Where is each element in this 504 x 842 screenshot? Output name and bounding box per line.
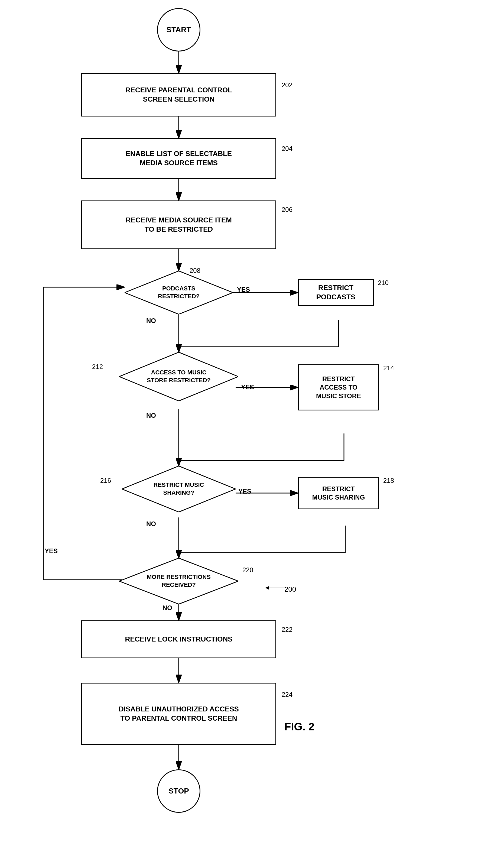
label-220-yes: YES bbox=[45, 547, 58, 555]
node-220-label: MORE RESTRICTIONS RECEIVED? bbox=[147, 573, 211, 589]
ref-202: 202 bbox=[282, 81, 292, 89]
node-202-label: RECEIVE PARENTAL CONTROL SCREEN SELECTIO… bbox=[125, 86, 232, 104]
node-206-label: RECEIVE MEDIA SOURCE ITEM TO BE RESTRICT… bbox=[126, 216, 232, 234]
ref-224: 224 bbox=[282, 691, 292, 698]
figure-label: FIG. 2 bbox=[284, 721, 314, 733]
ref-210: 210 bbox=[378, 279, 389, 287]
node-206: RECEIVE MEDIA SOURCE ITEM TO BE RESTRICT… bbox=[81, 200, 276, 249]
node-224-label: DISABLE UNAUTHORIZED ACCESS TO PARENTAL … bbox=[119, 705, 239, 723]
ref-200-arrow bbox=[265, 580, 292, 596]
node-222-label: RECEIVE LOCK INSTRUCTIONS bbox=[125, 635, 232, 644]
node-208: PODCASTS RESTRICTED? bbox=[125, 271, 233, 314]
ref-212: 212 bbox=[92, 363, 103, 371]
node-210: RESTRICT PODCASTS bbox=[298, 279, 374, 306]
node-212-label: ACCESS TO MUSIC STORE RESTRICTED? bbox=[147, 369, 211, 384]
stop-label: STOP bbox=[168, 787, 189, 795]
node-204-label: ENABLE LIST OF SELECTABLE MEDIA SOURCE I… bbox=[126, 149, 232, 168]
stop-node: STOP bbox=[157, 769, 200, 813]
start-label: START bbox=[166, 25, 191, 34]
node-218: RESTRICT MUSIC SHARING bbox=[298, 477, 379, 509]
node-204: ENABLE LIST OF SELECTABLE MEDIA SOURCE I… bbox=[81, 138, 276, 179]
node-224: DISABLE UNAUTHORIZED ACCESS TO PARENTAL … bbox=[81, 683, 276, 745]
start-node: START bbox=[157, 8, 200, 52]
svg-marker-31 bbox=[265, 586, 269, 590]
flowchart-diagram: START RECEIVE PARENTAL CONTROL SCREEN SE… bbox=[0, 0, 504, 842]
node-216-label: RESTRICT MUSIC SHARING? bbox=[154, 481, 204, 497]
node-210-label: RESTRICT PODCASTS bbox=[316, 283, 355, 302]
ref-206: 206 bbox=[282, 206, 292, 214]
node-222: RECEIVE LOCK INSTRUCTIONS bbox=[81, 621, 276, 658]
ref-216: 216 bbox=[100, 477, 111, 484]
ref-204: 204 bbox=[282, 145, 292, 153]
ref-220: 220 bbox=[242, 566, 253, 574]
node-202: RECEIVE PARENTAL CONTROL SCREEN SELECTIO… bbox=[81, 73, 276, 117]
label-208-yes: YES bbox=[237, 286, 250, 293]
node-218-label: RESTRICT MUSIC SHARING bbox=[312, 485, 365, 501]
node-216: RESTRICT MUSIC SHARING? bbox=[122, 466, 236, 512]
ref-218: 218 bbox=[383, 477, 394, 484]
node-212: ACCESS TO MUSIC STORE RESTRICTED? bbox=[119, 352, 238, 401]
label-220-no: NO bbox=[162, 604, 172, 612]
label-212-no: NO bbox=[146, 412, 156, 419]
label-216-no: NO bbox=[146, 520, 156, 528]
node-208-label: PODCASTS RESTRICTED? bbox=[158, 285, 200, 300]
ref-222: 222 bbox=[282, 626, 292, 633]
label-212-yes: YES bbox=[241, 383, 254, 391]
node-214-label: RESTRICT ACCESS TO MUSIC STORE bbox=[316, 375, 361, 400]
label-208-no: NO bbox=[146, 317, 156, 325]
ref-208: 208 bbox=[190, 267, 200, 274]
ref-214: 214 bbox=[383, 364, 394, 372]
node-214: RESTRICT ACCESS TO MUSIC STORE bbox=[298, 364, 379, 410]
node-220: MORE RESTRICTIONS RECEIVED? bbox=[119, 558, 238, 604]
label-216-yes: YES bbox=[238, 488, 251, 495]
